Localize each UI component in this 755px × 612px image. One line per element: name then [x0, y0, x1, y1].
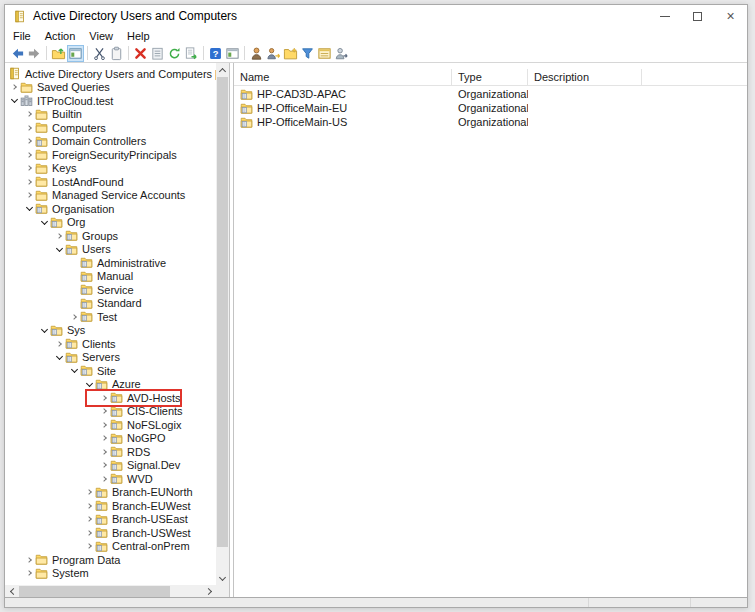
tree-item-keys[interactable]: Keys	[5, 162, 216, 176]
expand-chevron-icon[interactable]	[98, 423, 110, 427]
tree-item-cis-clients[interactable]: CIS-Clients	[5, 405, 216, 419]
tree-item-branch-euwest[interactable]: Branch-EUWest	[5, 499, 216, 513]
close-button[interactable]: ×	[714, 5, 747, 27]
collapse-chevron-icon[interactable]	[8, 99, 20, 102]
tree-item-itprocloud-test[interactable]: ITProCloud.test	[5, 94, 216, 108]
tree-item-org[interactable]: Org	[5, 216, 216, 230]
forward-button[interactable]	[26, 45, 43, 62]
up-one-level-button[interactable]	[50, 45, 67, 62]
expand-chevron-icon[interactable]	[23, 571, 35, 575]
tree-item-central-onprem[interactable]: Central-onPrem	[5, 540, 216, 554]
collapse-chevron-icon[interactable]	[68, 369, 80, 372]
scroll-down-button[interactable]	[216, 572, 229, 585]
tree-item-organisation[interactable]: Organisation	[5, 202, 216, 216]
menu-file[interactable]: File	[6, 29, 38, 43]
expand-chevron-icon[interactable]	[83, 517, 95, 521]
refresh-button[interactable]	[166, 45, 183, 62]
console-window-button[interactable]	[224, 45, 241, 62]
expand-chevron-icon[interactable]	[23, 558, 35, 562]
tree-vertical-scrollbar[interactable]	[216, 63, 229, 585]
expand-chevron-icon[interactable]	[83, 504, 95, 508]
tree-item-signal-dev[interactable]: Signal.Dev	[5, 459, 216, 473]
expand-chevron-icon[interactable]	[8, 85, 20, 89]
collapse-chevron-icon[interactable]	[53, 356, 65, 359]
tree-item-program-data[interactable]: Program Data	[5, 553, 216, 567]
expand-chevron-icon[interactable]	[98, 436, 110, 440]
expand-chevron-icon[interactable]	[23, 180, 35, 184]
list-item-hp-officemain-us[interactable]: HP-OfficeMain-USOrganizational...	[234, 115, 747, 129]
back-button[interactable]	[9, 45, 26, 62]
vertical-scroll-thumb[interactable]	[217, 77, 228, 547]
new-group-button[interactable]	[265, 45, 282, 62]
menu-action[interactable]: Action	[38, 29, 83, 43]
tree-item-servers[interactable]: Servers	[5, 351, 216, 365]
tree-item-computers[interactable]: Computers	[5, 121, 216, 135]
scroll-up-button[interactable]	[216, 63, 229, 76]
expand-chevron-icon[interactable]	[98, 409, 110, 413]
tree-item-clients[interactable]: Clients	[5, 337, 216, 351]
column-header-type[interactable]: Type	[452, 69, 528, 85]
tree-item-nogpo[interactable]: NoGPO	[5, 432, 216, 446]
filter-button[interactable]	[299, 45, 316, 62]
column-header-name[interactable]: Name	[234, 69, 452, 85]
tree-item-wvd[interactable]: WVD	[5, 472, 216, 486]
collapse-chevron-icon[interactable]	[23, 207, 35, 210]
menu-view[interactable]: View	[82, 29, 120, 43]
expand-chevron-icon[interactable]	[23, 112, 35, 116]
new-ou-button[interactable]	[282, 45, 299, 62]
tree-item-builtin[interactable]: Builtin	[5, 108, 216, 122]
tree-item-system[interactable]: System	[5, 567, 216, 581]
properties-button[interactable]	[149, 45, 166, 62]
collapse-chevron-icon[interactable]	[53, 248, 65, 251]
tree-item-sys[interactable]: Sys	[5, 324, 216, 338]
delete-button[interactable]	[132, 45, 149, 62]
tree-item-rds[interactable]: RDS	[5, 445, 216, 459]
expand-chevron-icon[interactable]	[53, 234, 65, 238]
tree-item-branch-eunorth[interactable]: Branch-EUNorth	[5, 486, 216, 500]
minimize-button[interactable]	[648, 5, 681, 27]
column-header-description[interactable]: Description	[528, 69, 642, 85]
expand-chevron-icon[interactable]	[83, 490, 95, 494]
expand-chevron-icon[interactable]	[83, 531, 95, 535]
expand-chevron-icon[interactable]	[23, 166, 35, 170]
tree-item-site[interactable]: Site	[5, 364, 216, 378]
tree-item-users[interactable]: Users	[5, 243, 216, 257]
new-user-button[interactable]	[248, 45, 265, 62]
tree-item-domain-controllers[interactable]: Domain Controllers	[5, 135, 216, 149]
tree-item-avd-hosts[interactable]: AVD-Hosts	[5, 391, 216, 405]
find-user-button[interactable]	[333, 45, 350, 62]
show-console-tree-button[interactable]	[67, 45, 84, 62]
tree-item-branch-uswest[interactable]: Branch-USWest	[5, 526, 216, 540]
list-item-hp-cad3d-apac[interactable]: HP-CAD3D-APACOrganizational...	[234, 87, 747, 101]
collapse-chevron-icon[interactable]	[38, 221, 50, 224]
tree-item-managed-service-accounts[interactable]: Managed Service Accounts	[5, 189, 216, 203]
expand-chevron-icon[interactable]	[23, 126, 35, 130]
tree-item-standard[interactable]: Standard	[5, 297, 216, 311]
tree-item-groups[interactable]: Groups	[5, 229, 216, 243]
cut-button[interactable]	[91, 45, 108, 62]
expand-chevron-icon[interactable]	[98, 450, 110, 454]
saved-queries-button[interactable]	[316, 45, 333, 62]
tree-item-foreignsecurityprincipals[interactable]: ForeignSecurityPrincipals	[5, 148, 216, 162]
horizontal-scroll-thumb[interactable]	[19, 586, 170, 597]
menu-help[interactable]: Help	[120, 29, 157, 43]
expand-chevron-icon[interactable]	[98, 396, 110, 400]
expand-chevron-icon[interactable]	[98, 463, 110, 467]
list-item-hp-officemain-eu[interactable]: HP-OfficeMain-EUOrganizational...	[234, 101, 747, 115]
tree-item-service[interactable]: Service	[5, 283, 216, 297]
tree-item-test[interactable]: Test	[5, 310, 216, 324]
collapse-chevron-icon[interactable]	[38, 329, 50, 332]
help-button[interactable]: ?	[207, 45, 224, 62]
paste-button[interactable]	[108, 45, 125, 62]
tree-item-active-directory-users-and-computers-ads01-iti[interactable]: Active Directory Users and Computers [AD…	[5, 67, 216, 81]
expand-chevron-icon[interactable]	[23, 139, 35, 143]
tree-item-nofslogix[interactable]: NoFSLogix	[5, 418, 216, 432]
expand-chevron-icon[interactable]	[23, 193, 35, 197]
tree-item-manual[interactable]: Manual	[5, 270, 216, 284]
expand-chevron-icon[interactable]	[23, 153, 35, 157]
expand-chevron-icon[interactable]	[68, 315, 80, 319]
tree-item-lostandfound[interactable]: LostAndFound	[5, 175, 216, 189]
expand-chevron-icon[interactable]	[53, 342, 65, 346]
tree-item-saved-queries[interactable]: Saved Queries	[5, 81, 216, 95]
expand-chevron-icon[interactable]	[98, 477, 110, 481]
